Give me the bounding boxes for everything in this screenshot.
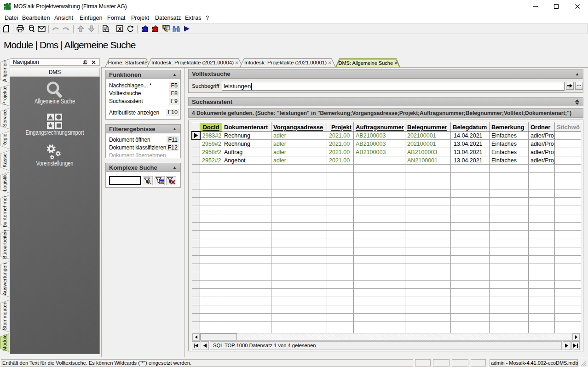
svg-text:X: X <box>118 26 122 32</box>
